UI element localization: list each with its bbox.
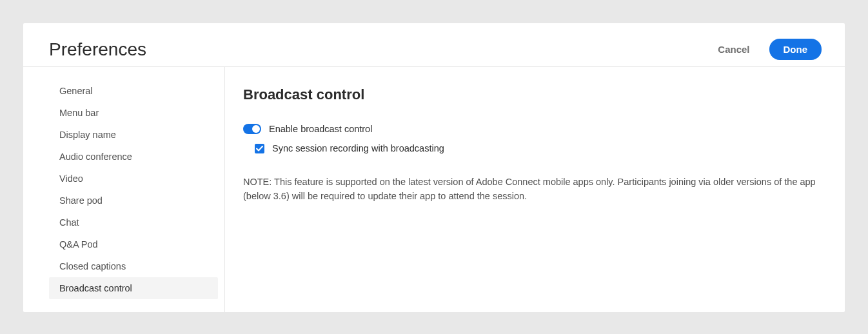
sync-recording-checkbox[interactable] xyxy=(255,144,264,153)
main-panel: Broadcast control Enable broadcast contr… xyxy=(225,67,845,312)
enable-broadcast-row: Enable broadcast control xyxy=(243,124,823,134)
cancel-button[interactable]: Cancel xyxy=(710,39,757,60)
sync-recording-row: Sync session recording with broadcasting xyxy=(255,143,823,153)
sidebar-item-chat[interactable]: Chat xyxy=(49,211,218,233)
sidebar-item-video[interactable]: Video xyxy=(49,168,218,190)
enable-broadcast-label: Enable broadcast control xyxy=(269,124,372,134)
sidebar-item-display-name[interactable]: Display name xyxy=(49,124,218,146)
sync-recording-label: Sync session recording with broadcasting xyxy=(272,143,444,153)
done-button[interactable]: Done xyxy=(769,39,822,60)
sidebar-item-qa-pod[interactable]: Q&A Pod xyxy=(49,233,218,255)
sidebar: General Menu bar Display name Audio conf… xyxy=(23,67,225,312)
dialog-body: General Menu bar Display name Audio conf… xyxy=(23,67,845,312)
sidebar-item-audio-conference[interactable]: Audio conference xyxy=(49,146,218,168)
note-text: NOTE: This feature is supported on the l… xyxy=(243,175,823,204)
sidebar-item-general[interactable]: General xyxy=(49,80,218,102)
section-title: Broadcast control xyxy=(243,86,823,103)
preferences-dialog: Preferences Cancel Done General Menu bar… xyxy=(23,23,845,312)
enable-broadcast-toggle[interactable] xyxy=(243,124,261,134)
dialog-header: Preferences Cancel Done xyxy=(23,23,845,67)
sidebar-item-broadcast-control[interactable]: Broadcast control xyxy=(49,277,218,299)
check-icon xyxy=(256,145,263,152)
dialog-actions: Cancel Done xyxy=(710,39,822,60)
sidebar-item-closed-captions[interactable]: Closed captions xyxy=(49,255,218,277)
toggle-knob xyxy=(252,125,260,133)
dialog-title: Preferences xyxy=(49,39,146,60)
sidebar-item-share-pod[interactable]: Share pod xyxy=(49,190,218,211)
sidebar-item-menu-bar[interactable]: Menu bar xyxy=(49,102,218,124)
